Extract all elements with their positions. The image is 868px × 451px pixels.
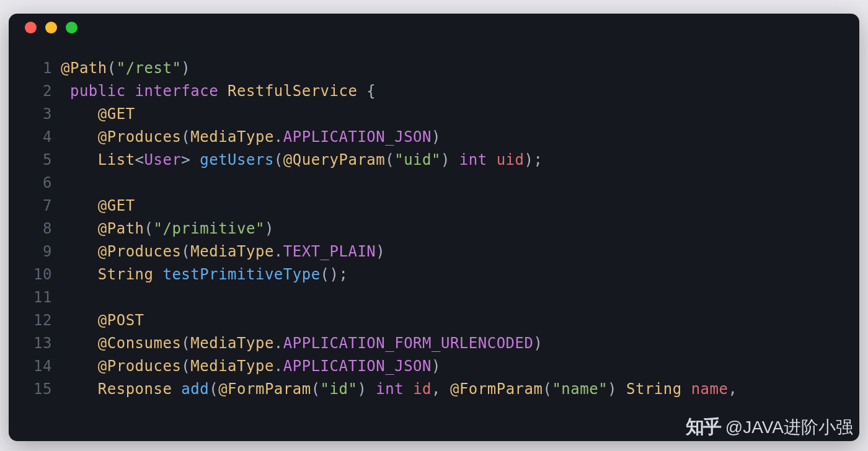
line-number: 10: [9, 263, 61, 286]
line-number: 5: [9, 149, 61, 172]
line-number: 7: [9, 195, 61, 217]
code-line[interactable]: 10 String testPrimitiveType();: [9, 263, 859, 286]
code-content[interactable]: Response add(@FormParam("id") int id, @F…: [61, 378, 737, 401]
line-number: 9: [9, 240, 61, 263]
line-number: 1: [9, 57, 61, 80]
code-content[interactable]: @Path("/primitive"): [61, 217, 274, 240]
minimize-icon[interactable]: [45, 22, 57, 33]
code-content[interactable]: String testPrimitiveType();: [61, 263, 348, 286]
code-line[interactable]: 1@Path("/rest"): [9, 57, 859, 80]
code-content[interactable]: @Consumes(MediaType.APPLICATION_FORM_URL…: [61, 332, 542, 355]
close-icon[interactable]: [25, 22, 37, 33]
line-number: 2: [9, 80, 61, 103]
window-titlebar: [9, 14, 859, 41]
code-content[interactable]: @Produces(MediaType.APPLICATION_JSON): [61, 355, 441, 378]
code-line[interactable]: 7 @GET: [9, 195, 859, 217]
code-content[interactable]: @Path("/rest"): [61, 57, 190, 80]
code-line[interactable]: 6: [9, 172, 859, 195]
line-number: 12: [9, 309, 61, 332]
code-line[interactable]: 14 @Produces(MediaType.APPLICATION_JSON): [9, 355, 859, 378]
line-number: 11: [9, 286, 61, 309]
maximize-icon[interactable]: [66, 22, 78, 33]
line-number: 6: [9, 172, 61, 195]
code-line[interactable]: 8 @Path("/primitive"): [9, 217, 859, 240]
line-number: 3: [9, 103, 61, 126]
code-line[interactable]: 2 public interface RestfulService {: [9, 80, 859, 103]
code-line[interactable]: 13 @Consumes(MediaType.APPLICATION_FORM_…: [9, 332, 859, 355]
code-line[interactable]: 4 @Produces(MediaType.APPLICATION_JSON): [9, 126, 859, 149]
code-line[interactable]: 11: [9, 286, 859, 309]
code-content[interactable]: List<User> getUsers(@QueryParam("uid") i…: [61, 149, 542, 172]
code-line[interactable]: 3 @GET: [9, 103, 859, 126]
code-content[interactable]: public interface RestfulService {: [61, 80, 376, 103]
code-line[interactable]: 15 Response add(@FormParam("id") int id,…: [9, 378, 859, 401]
line-number: 4: [9, 126, 61, 149]
code-window: 1@Path("/rest")2 public interface Restfu…: [9, 14, 859, 441]
code-content[interactable]: @Produces(MediaType.APPLICATION_JSON): [61, 126, 441, 149]
code-content[interactable]: @POST: [61, 309, 144, 332]
code-line[interactable]: 5 List<User> getUsers(@QueryParam("uid")…: [9, 149, 859, 172]
code-content[interactable]: @Produces(MediaType.TEXT_PLAIN): [61, 240, 385, 263]
code-content[interactable]: @GET: [61, 103, 135, 126]
line-number: 15: [9, 378, 61, 401]
code-line[interactable]: 12 @POST: [9, 309, 859, 332]
code-content[interactable]: @GET: [61, 195, 135, 217]
line-number: 14: [9, 355, 61, 378]
code-editor[interactable]: 1@Path("/rest")2 public interface Restfu…: [9, 41, 859, 401]
line-number: 13: [9, 332, 61, 355]
line-number: 8: [9, 217, 61, 240]
code-line[interactable]: 9 @Produces(MediaType.TEXT_PLAIN): [9, 240, 859, 263]
